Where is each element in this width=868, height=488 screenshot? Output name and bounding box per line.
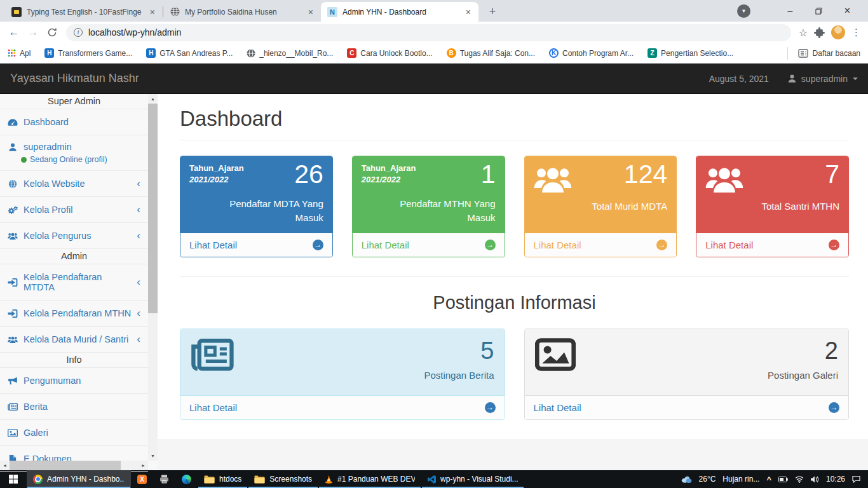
weather-icon[interactable] — [681, 475, 692, 484]
taskbar-chrome-window[interactable]: Admin YHN - Dashbo... — [27, 470, 131, 488]
sidebar-item-kelola-website[interactable]: Kelola Website ‹ — [0, 171, 148, 197]
taskbar-screenshots-folder[interactable]: Screenshots — [248, 470, 318, 488]
new-tab-button[interactable]: + — [484, 3, 501, 20]
sidebar-item-galeri[interactable]: Galeri — [0, 420, 148, 446]
scroll-down-icon[interactable]: ▼ — [148, 451, 158, 461]
extensions-icon[interactable] — [814, 27, 825, 38]
bookmark-transformers[interactable]: H Transformers Game... — [44, 48, 132, 58]
wifi-icon[interactable] — [795, 476, 804, 483]
taskbar-edge[interactable] — [175, 470, 198, 488]
taskbar-xampp[interactable]: X — [131, 470, 153, 488]
dashboard-icon — [8, 118, 18, 126]
lihat-detail-link[interactable]: Lihat Detail → — [353, 233, 505, 257]
arrow-circle-right-icon: → — [829, 402, 839, 413]
post-value: 5 — [424, 338, 494, 365]
refresh-icon[interactable] — [43, 27, 61, 37]
lihat-detail-link[interactable]: Lihat Detail → — [180, 395, 505, 419]
action-center-icon[interactable] — [852, 475, 860, 483]
clock[interactable]: 10:26 — [826, 475, 845, 484]
weather-temp[interactable]: 26°C — [699, 475, 716, 484]
back-icon[interactable]: ← — [5, 26, 23, 39]
start-button[interactable] — [0, 470, 27, 488]
reading-list-button[interactable]: Daftar bacaan — [787, 47, 860, 60]
main-content: Dashboard Tahun_Ajaran 2021/2022 26 Pend… — [158, 94, 868, 470]
scroll-up-icon[interactable]: ▲ — [148, 94, 158, 104]
bookmark-gta[interactable]: H GTA San Andreas P... — [146, 48, 233, 58]
lihat-detail-link[interactable]: Lihat Detail → — [525, 395, 849, 419]
tab-search-button[interactable]: ▼ — [737, 4, 750, 18]
stat-label: Total Santri MTHN — [761, 200, 839, 214]
tab-close-icon[interactable]: × — [465, 7, 472, 17]
bookmark-pengertian[interactable]: Z Pengertian Selectio... — [648, 48, 733, 58]
folder-icon — [254, 475, 265, 484]
sidebar-item-berita[interactable]: Berita — [0, 394, 148, 420]
lihat-detail-link[interactable]: Lihat Detail → — [525, 233, 677, 257]
bookmark-apps[interactable]: Apl — [8, 49, 31, 58]
tab-admin-yhn[interactable]: N Admin YHN - Dashboard × — [321, 2, 478, 22]
sidebar-item-kelola-pengurus[interactable]: Kelola Pengurus ‹ — [0, 223, 148, 249]
gears-icon — [8, 206, 18, 214]
letter-favicon-icon: Z — [648, 48, 657, 58]
site-brand[interactable]: Yayasan Hikmatun Nashr — [10, 72, 139, 85]
scrollbar-thumb[interactable] — [10, 461, 121, 470]
taskbar-vscode-window[interactable]: wp-yhn - Visual Studi... — [421, 470, 524, 488]
scroll-left-icon[interactable]: ◄ — [0, 463, 10, 468]
lihat-detail-link[interactable]: Lihat Detail → — [696, 233, 848, 257]
tab-close-icon[interactable]: × — [149, 7, 156, 17]
tab-title: Typing Test English - 10FastFinge — [27, 8, 144, 17]
sidebar-horizontal-scrollbar[interactable]: ◄ ► — [0, 461, 148, 470]
stat-value: 124 — [624, 161, 667, 187]
scroll-right-icon[interactable]: ► — [139, 463, 148, 468]
forward-icon[interactable]: → — [24, 26, 42, 39]
taskbar-printer-app[interactable] — [153, 470, 175, 488]
profile-avatar[interactable] — [831, 25, 845, 39]
arrow-circle-right-icon: → — [829, 240, 839, 250]
bookmark-star-icon[interactable]: ☆ — [799, 27, 808, 39]
system-tray: 26°C Hujan rin... ^ 10:26 — [681, 470, 868, 488]
site-info-icon[interactable]: i — [74, 28, 83, 37]
window-restore-button[interactable] — [804, 1, 833, 20]
sidebar: Super Admin Dashboard superadmin Sedang … — [0, 94, 158, 470]
tab-close-icon[interactable]: × — [307, 7, 315, 17]
user-icon — [788, 74, 796, 83]
vlc-cone-icon — [325, 475, 333, 484]
page-title: Dashboard — [180, 107, 849, 131]
sidebar-item-data-murid[interactable]: Kelola Data Murid / Santri ‹ — [0, 327, 148, 353]
tab-portfolio[interactable]: My Portfolio Saidina Husen × — [163, 2, 321, 22]
divider — [180, 276, 849, 277]
sidebar-section-super-admin: Super Admin — [0, 94, 148, 109]
sidebar-item-pengumuman[interactable]: Pengumuman — [0, 368, 148, 394]
lihat-detail-link[interactable]: Lihat Detail → — [180, 233, 332, 257]
bookmark-cara-unlock[interactable]: C Cara Unlock Bootlo... — [347, 48, 432, 58]
taskbar-vlc-window[interactable]: #1 Panduan WEB DEV... — [318, 470, 421, 488]
sidebar-item-superadmin[interactable]: superadmin Sedang Online (profil) — [0, 135, 148, 171]
post-cards-row: 5 Postingan Berita Lihat Detail → — [180, 329, 849, 420]
scrollbar-thumb[interactable] — [148, 104, 158, 313]
tab-typing-test[interactable]: Typing Test English - 10FastFinge × — [5, 2, 163, 22]
tray-expand-icon[interactable]: ^ — [766, 475, 771, 484]
speaker-icon[interactable] — [811, 476, 819, 483]
sidebar-item-pendaftaran-mthn[interactable]: Kelola Pendaftaran MTHN ‹ — [0, 301, 148, 327]
online-status[interactable]: Sedang Online (profil) — [21, 155, 140, 164]
bookmark-hienzo[interactable]: _hienzo__Mobil_Ro... — [247, 49, 333, 58]
letter-favicon-icon: K — [549, 48, 559, 58]
taskbar-htdocs-folder[interactable]: htdocs — [198, 470, 248, 488]
user-menu[interactable]: superadmin — [788, 74, 858, 84]
window-close-button[interactable]: × — [833, 1, 862, 20]
window-minimize-button[interactable]: – — [776, 1, 804, 20]
tab-favicon-globe-icon — [170, 7, 180, 17]
browser-menu-icon[interactable]: ⋮ — [851, 27, 860, 38]
bookmark-contoh-program[interactable]: K Contoh Program Ar... — [549, 48, 634, 58]
sidebar-vertical-scrollbar[interactable]: ▲ ▼ — [148, 94, 158, 461]
bookmark-tugas-alif[interactable]: B Tugas Alif Saja: Con... — [447, 48, 535, 58]
battery-icon[interactable] — [778, 477, 788, 482]
sidebar-item-pendaftaran-mtdta[interactable]: Kelola Pendaftaran MTDTA ‹ — [0, 264, 148, 301]
sidebar-item-dashboard[interactable]: Dashboard — [0, 109, 148, 135]
chevron-left-icon: ‹ — [137, 279, 140, 285]
printer-icon — [159, 475, 169, 484]
sidebar-item-kelola-profil[interactable]: Kelola Profil ‹ — [0, 197, 148, 223]
address-bar[interactable]: i localhost/wp-yhn/admin — [66, 24, 791, 41]
users-group-icon — [534, 165, 572, 193]
weather-condition[interactable]: Hujan rin... — [722, 475, 759, 484]
sidebar-section-admin: Admin — [0, 249, 148, 264]
